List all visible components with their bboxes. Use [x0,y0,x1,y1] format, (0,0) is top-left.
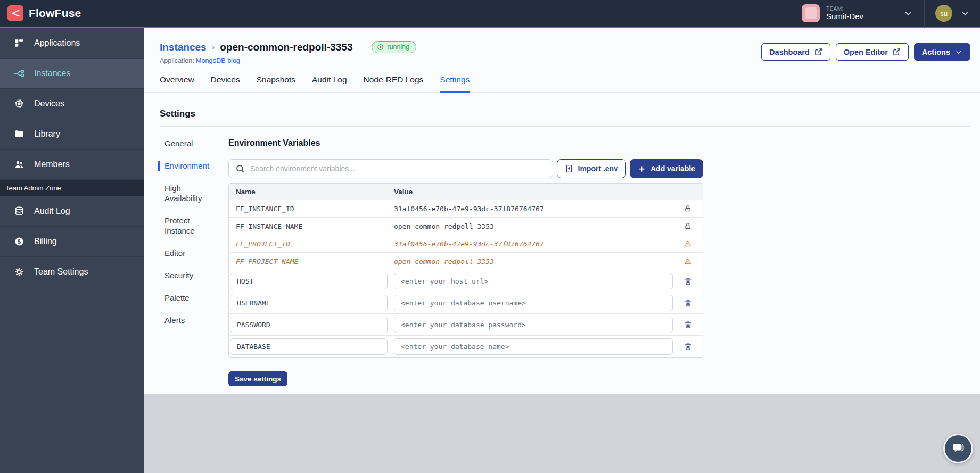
subnav-item-security[interactable]: Security [164,270,213,280]
subnav-item-protect-instance[interactable]: Protect Instance [164,215,213,236]
table-row-editable [229,270,703,292]
env-value-input[interactable] [394,338,673,355]
sidebar-item-billing[interactable]: $ Billing [0,227,144,257]
sidebar-item-label: Library [34,129,60,139]
svg-text:$: $ [18,238,21,245]
sidebar-item-devices[interactable]: Devices [0,89,144,119]
env-name-input[interactable] [230,295,388,311]
delete-variable-button[interactable] [683,342,693,352]
team-settings-icon [13,267,25,277]
subnav-item-alerts[interactable]: Alerts [164,315,213,325]
flowfuse-home-link[interactable]: FlowFuse [0,0,81,27]
breadcrumb: Instances › open-common-redpoll-3353 run… [160,41,416,53]
sidebar-item-label: Audit Log [34,206,70,216]
settings-subnav: General Environment High Availability Pr… [160,138,213,310]
team-label: TEAM: [826,6,863,12]
delete-variable-button[interactable] [683,276,693,286]
import-env-button[interactable]: Import .env [557,159,626,178]
env-name-input[interactable] [230,338,388,355]
subnav-item-editor[interactable]: Editor [164,248,213,258]
env-value-input[interactable] [394,317,673,333]
dashboard-button[interactable]: Dashboard [761,43,830,61]
table-row-deprecated: FF_PROJECT_ID 31af0456-e70b-47e9-93dc-37… [229,235,703,252]
subnav-item-high-availability[interactable]: High Availability [164,183,213,203]
search-box [228,159,553,178]
import-env-icon [565,164,573,173]
sidebar-item-label: Devices [34,99,64,109]
sidebar-item-members[interactable]: Members [0,150,144,180]
add-variable-button-label: Add variable [650,164,695,173]
add-variable-button[interactable]: Add variable [630,159,703,178]
actions-button[interactable]: Actions [914,43,970,61]
sidebar-item-applications[interactable]: Applications [0,28,144,59]
status-badge-label: running [387,43,409,51]
env-var-value: 31af0456-e70b-47e9-93dc-37f876764767 [394,205,673,213]
open-editor-button[interactable]: Open Editor [836,43,909,61]
table-row: FF_INSTANCE_NAME open-common-redpoll-335… [229,217,703,235]
subnav-item-palette[interactable]: Palette [164,293,213,303]
tab-overview[interactable]: Overview [160,75,194,93]
lock-icon [673,205,703,212]
applications-icon [13,38,25,48]
env-var-value: 31af0456-e70b-47e9-93dc-37f876764767 [394,240,673,248]
warning-icon [673,240,703,247]
table-row-editable [229,292,703,313]
breadcrumb-separator: › [212,42,215,53]
status-badge: running [372,41,416,53]
subnav-item-general[interactable]: General [164,138,213,148]
page-title: Settings [160,109,970,119]
sidebar-item-audit-log[interactable]: Audit Log [0,196,144,227]
audit-log-icon [13,206,25,217]
env-variables-table: Name Value FF_INSTANCE_ID 31af0456-e70b-… [228,183,703,358]
tab-devices[interactable]: Devices [211,75,240,93]
sidebar-item-label: Members [34,160,70,169]
table-row: FF_INSTANCE_ID 31af0456-e70b-47e9-93dc-3… [229,200,703,217]
delete-variable-button[interactable] [683,320,693,330]
breadcrumb-instances-link[interactable]: Instances [160,42,207,53]
env-var-name: FF_PROJECT_NAME [229,258,394,265]
subnav-item-environment[interactable]: Environment [158,161,213,171]
chevron-down-icon [955,48,962,56]
lock-icon [673,222,703,230]
application-link[interactable]: MongoDB blog [196,57,240,64]
sidebar-item-library[interactable]: Library [0,119,144,150]
team-avatar [802,4,820,22]
user-menu[interactable]: su [925,5,980,22]
team-selector[interactable]: TEAM: Sumit-Dev [790,0,924,27]
chat-widget-button[interactable] [943,434,973,463]
billing-icon: $ [13,236,25,247]
env-var-name: FF_INSTANCE_ID [229,205,394,213]
env-value-input[interactable] [394,295,673,311]
save-settings-button[interactable]: Save settings [228,371,287,386]
dashboard-button-label: Dashboard [769,48,810,56]
library-icon [13,129,25,139]
column-header-name: Name [229,188,394,196]
env-name-input[interactable] [230,317,388,333]
env-value-input[interactable] [394,273,673,289]
team-admin-zone-label: Team Admin Zone [0,180,144,196]
divider [160,126,970,127]
env-var-value: open-common-redpoll-3353 [394,222,673,230]
divider [228,154,970,154]
section-title: Environment Variables [228,138,970,148]
tab-node-red-logs[interactable]: Node-RED Logs [364,75,424,93]
sidebar-item-team-settings[interactable]: Team Settings [0,257,144,287]
warning-icon [673,258,703,265]
delete-variable-button[interactable] [683,298,693,308]
tab-audit-log[interactable]: Audit Log [312,75,347,93]
table-row-editable [229,313,703,335]
external-link-icon [814,48,822,56]
sidebar-item-label: Billing [34,237,57,246]
table-row-deprecated: FF_PROJECT_NAME open-common-redpoll-3353 [229,252,703,270]
env-name-input[interactable] [230,273,388,289]
chevron-down-icon [904,9,912,18]
members-icon [13,159,25,170]
team-name: Sumit-Dev [826,12,863,21]
search-input[interactable] [250,164,546,173]
sidebar-item-instances[interactable]: Instances [0,59,144,89]
sidebar-item-label: Team Settings [34,267,88,277]
tab-snapshots[interactable]: Snapshots [257,75,295,93]
tab-settings[interactable]: Settings [440,75,470,93]
open-editor-button-label: Open Editor [844,48,888,56]
search-icon [235,164,245,173]
